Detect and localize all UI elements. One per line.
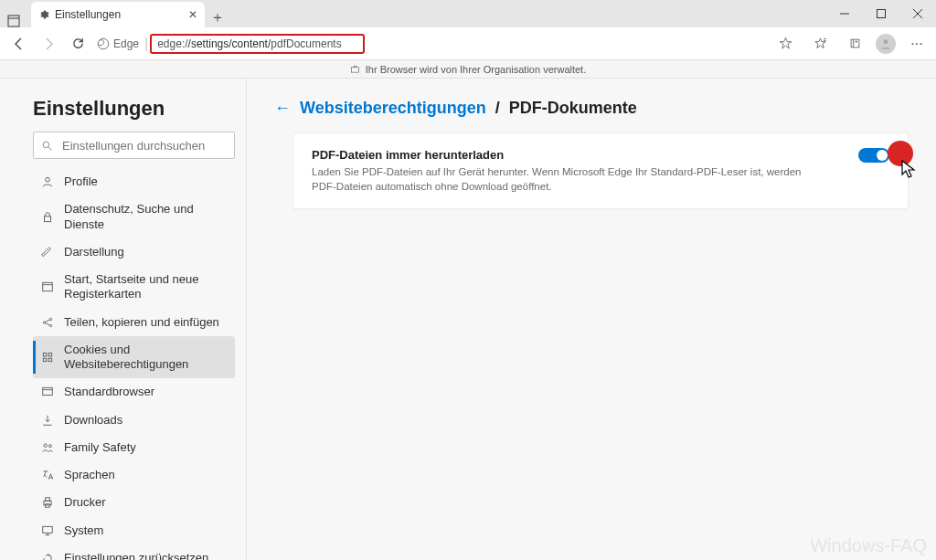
breadcrumb: ← Websiteberechtigungen / PDF-Dokumente: [274, 99, 909, 118]
sidebar-item-profile[interactable]: Profile: [33, 168, 235, 195]
tabs-menu-icon[interactable]: [0, 15, 27, 27]
sidebar-item-label: System: [64, 523, 228, 538]
family-icon: [40, 441, 55, 454]
svg-line-16: [48, 147, 51, 150]
pdf-download-card: PDF-Dateien immer herunterladen Laden Si…: [292, 132, 909, 209]
sidebar-item-label: Cookies und Websiteberechtigungen: [64, 343, 228, 373]
sidebar-item-label: Start, Startseite und neue Registerkarte…: [64, 272, 228, 302]
sidebar-item-startup[interactable]: Start, Startseite und neue Registerkarte…: [33, 266, 235, 309]
svg-rect-19: [43, 283, 53, 291]
sidebar-item-appearance[interactable]: Darstellung: [33, 238, 235, 266]
settings-search[interactable]: [33, 132, 235, 159]
address-bar[interactable]: edge://settings/content/pdfDocuments: [150, 34, 365, 54]
lock-icon: [40, 211, 55, 224]
sidebar-item-label: Datenschutz, Suche und Dienste: [64, 202, 228, 232]
system-icon: [40, 524, 55, 537]
sidebar-item-label: Downloads: [64, 413, 228, 428]
svg-rect-26: [43, 353, 47, 356]
sidebar-item-system[interactable]: System: [33, 517, 235, 544]
new-tab-button[interactable]: ＋: [205, 8, 230, 27]
refresh-button[interactable]: [64, 30, 91, 58]
brush-icon: [40, 246, 55, 259]
browser-icon: [40, 386, 55, 398]
svg-rect-18: [45, 216, 51, 221]
card-title: PDF-Dateien immer herunterladen: [312, 148, 889, 162]
read-aloud-icon[interactable]: [771, 30, 799, 58]
settings-page: Einstellungen Profile Datenschutz, Suche…: [0, 79, 936, 560]
svg-rect-14: [351, 68, 358, 73]
svg-point-21: [43, 321, 45, 322]
svg-point-23: [49, 324, 51, 326]
svg-rect-28: [43, 358, 47, 362]
tab-title: Einstellungen: [55, 8, 121, 21]
sidebar-item-languages[interactable]: Sprachen: [33, 461, 235, 489]
search-input[interactable]: [60, 138, 227, 153]
sidebar-item-family[interactable]: Family Safety: [33, 434, 235, 461]
window-controls: [826, 0, 936, 27]
site-identity[interactable]: Edge: [93, 37, 143, 50]
cursor-icon: [900, 159, 917, 179]
briefcase-icon: [350, 64, 360, 74]
back-button[interactable]: [5, 30, 33, 58]
language-icon: [40, 469, 55, 481]
window-icon: [40, 280, 55, 293]
minimize-button[interactable]: [826, 0, 863, 27]
close-tab-icon[interactable]: ✕: [188, 8, 197, 21]
profile-icon: [40, 175, 55, 188]
more-menu-icon[interactable]: ···: [903, 30, 931, 58]
sidebar-item-label: Einstellungen zurücksetzen: [64, 551, 228, 560]
gear-icon: [38, 9, 49, 20]
svg-point-32: [44, 444, 48, 448]
sidebar-item-label: Standardbrowser: [64, 385, 228, 399]
svg-point-15: [43, 142, 49, 148]
sidebar-item-downloads[interactable]: Downloads: [33, 407, 235, 434]
edge-logo-icon: [97, 37, 110, 50]
browser-tab[interactable]: Einstellungen ✕: [31, 2, 205, 27]
sidebar-item-label: Darstellung: [64, 245, 228, 259]
collections-icon[interactable]: [841, 30, 868, 58]
share-icon: [40, 316, 55, 329]
forward-button[interactable]: [35, 30, 62, 58]
sidebar-item-printers[interactable]: Drucker: [33, 489, 235, 516]
sidebar-item-privacy[interactable]: Datenschutz, Suche und Dienste: [33, 195, 235, 238]
card-description: Laden Sie PDF-Dateien auf Ihr Gerät heru…: [312, 165, 889, 194]
permissions-icon: [40, 351, 55, 364]
svg-line-25: [46, 322, 50, 324]
sidebar-item-share[interactable]: Teilen, kopieren und einfügen: [33, 309, 235, 336]
sidebar-item-label: Sprachen: [64, 468, 228, 482]
sidebar-item-label: Teilen, kopieren und einfügen: [64, 315, 228, 330]
svg-rect-37: [43, 526, 53, 533]
titlebar: Einstellungen ✕ ＋: [0, 0, 936, 27]
address-bar-highlight: edge://settings/content/pdfDocuments: [150, 34, 365, 54]
settings-main: ← Websiteberechtigungen / PDF-Dokumente …: [247, 79, 936, 560]
breadcrumb-current: PDF-Dokumente: [509, 99, 637, 118]
back-arrow-icon[interactable]: ←: [274, 99, 291, 118]
svg-rect-36: [46, 504, 50, 508]
reset-icon: [40, 552, 55, 560]
favorites-icon[interactable]: [806, 30, 834, 58]
close-window-button[interactable]: [899, 0, 936, 27]
breadcrumb-separator: /: [495, 99, 500, 118]
download-icon: [40, 414, 55, 427]
toolbar: Edge | edge://settings/content/pdfDocume…: [0, 27, 936, 60]
svg-point-13: [884, 39, 888, 44]
profile-avatar[interactable]: [876, 34, 896, 54]
org-managed-infobar: Ihr Browser wird von Ihrer Organisation …: [0, 60, 936, 79]
printer-icon: [40, 496, 55, 509]
maximize-button[interactable]: [863, 0, 899, 27]
brand-label: Edge: [113, 37, 139, 50]
watermark: Windows-FAQ: [810, 535, 927, 556]
svg-rect-0: [8, 16, 19, 26]
sidebar-item-cookies[interactable]: Cookies und Websiteberechtigungen: [33, 336, 235, 379]
svg-rect-3: [878, 10, 886, 18]
svg-rect-35: [46, 498, 50, 502]
sidebar-item-label: Profile: [64, 174, 228, 189]
url-path: /settings/content/: [188, 37, 271, 50]
svg-rect-27: [48, 353, 52, 356]
sidebar-item-label: Family Safety: [64, 440, 228, 455]
tab-strip: Einstellungen ✕ ＋: [0, 0, 230, 27]
always-download-pdf-toggle[interactable]: [858, 148, 889, 163]
sidebar-item-reset[interactable]: Einstellungen zurücksetzen: [33, 544, 235, 560]
sidebar-item-default-browser[interactable]: Standardbrowser: [33, 378, 235, 406]
breadcrumb-link[interactable]: Websiteberechtigungen: [300, 99, 486, 118]
